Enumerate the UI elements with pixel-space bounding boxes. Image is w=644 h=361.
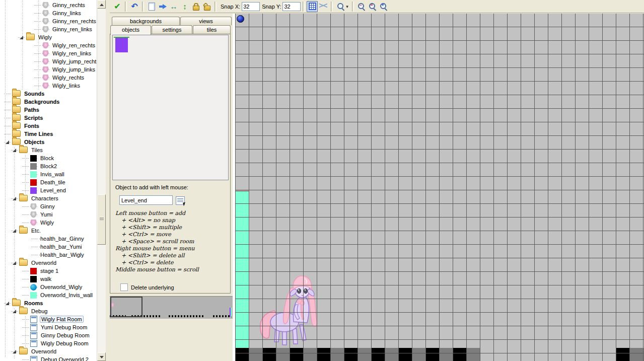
tree-item-characters[interactable]: Characters bbox=[0, 194, 97, 202]
zoom-tool-button[interactable]: ▾ bbox=[335, 1, 350, 12]
tree-item-wigly-rechts[interactable]: Wigly_rechts bbox=[0, 74, 97, 82]
tile-block2[interactable] bbox=[357, 348, 371, 361]
tree-item-health-bar-ginny[interactable]: health_bar_Ginny bbox=[0, 235, 97, 243]
tree-item-etc-[interactable]: Etc. bbox=[0, 227, 97, 235]
tree-item-ginny[interactable]: Ginny bbox=[0, 202, 97, 210]
tree-item-overworld[interactable]: Overworld bbox=[0, 347, 97, 355]
snap-x-input[interactable] bbox=[242, 2, 260, 11]
tree-item-invis-wall[interactable]: Invis_wall bbox=[0, 170, 97, 178]
zoom-actual-icon: = bbox=[369, 3, 377, 11]
tree-item-yumi-debug-room[interactable]: Yumi Debug Room bbox=[0, 323, 97, 331]
tree-item-rooms[interactable]: Rooms bbox=[0, 299, 97, 307]
tree-item-label: Block bbox=[39, 155, 55, 161]
tree-item-walk[interactable]: walk bbox=[0, 275, 97, 283]
tile-block[interactable] bbox=[262, 348, 276, 361]
tree-item-block[interactable]: Block bbox=[0, 154, 97, 162]
zoom-actual-button[interactable]: = bbox=[367, 1, 378, 12]
tree-item-tiles[interactable]: Tiles bbox=[0, 146, 97, 154]
snap-y-label: Snap Y: bbox=[262, 4, 281, 10]
tab-views[interactable]: views bbox=[180, 17, 232, 25]
tree-item-death-tile[interactable]: Death_tile bbox=[0, 178, 97, 186]
object-name-input[interactable] bbox=[119, 195, 173, 205]
tree-item-ginny-rechts[interactable]: Ginny_rechts bbox=[0, 1, 97, 9]
tile-block[interactable] bbox=[616, 348, 629, 361]
tree-item-ginny-debug-room[interactable]: Ginny Debug Room bbox=[0, 331, 97, 339]
confirm-button[interactable]: ✔ bbox=[112, 1, 123, 12]
tile-block2[interactable] bbox=[466, 348, 480, 361]
tree-item-level-end[interactable]: Level_end bbox=[0, 186, 97, 194]
grid-toggle-button[interactable] bbox=[307, 1, 318, 12]
room-canvas[interactable] bbox=[233, 14, 644, 361]
tile-block2[interactable] bbox=[330, 348, 344, 361]
tree-item-stage-1[interactable]: stage 1 bbox=[0, 267, 97, 275]
zoom-out-button[interactable]: − bbox=[356, 1, 367, 12]
zoom-in-button[interactable]: + bbox=[378, 1, 389, 12]
tree-item-yumi[interactable]: Yumi bbox=[0, 210, 97, 219]
tab-objects[interactable]: objects bbox=[110, 25, 151, 35]
lock-instances-button[interactable] bbox=[190, 1, 201, 12]
tile-block2[interactable] bbox=[439, 348, 453, 361]
tree-item-wigly-flat-room[interactable]: Wigly Flat Room bbox=[0, 315, 97, 323]
tree-item-ginny-ren-rechts[interactable]: Ginny_ren_rechts bbox=[0, 17, 97, 25]
level-end-object-swatch[interactable] bbox=[115, 38, 128, 52]
delete-underlying-checkbox[interactable] bbox=[120, 283, 128, 291]
tree-item-wigly[interactable]: Wigly bbox=[0, 33, 97, 41]
invis-wall-tile-column[interactable] bbox=[236, 191, 249, 348]
scrollbar-thumb[interactable] bbox=[97, 194, 106, 245]
tile-block[interactable] bbox=[453, 348, 466, 361]
tile-block[interactable] bbox=[317, 348, 330, 361]
object-preview-panel[interactable] bbox=[112, 35, 229, 180]
object-picker-button[interactable] bbox=[176, 196, 185, 205]
tile-block[interactable] bbox=[398, 348, 412, 361]
room-grid[interactable] bbox=[235, 14, 644, 361]
room-minimap[interactable] bbox=[110, 296, 233, 319]
tile-block2[interactable] bbox=[412, 348, 425, 361]
tile-block2[interactable] bbox=[249, 348, 262, 361]
tree-item-objects[interactable]: Objects bbox=[0, 138, 97, 146]
tree-item-block2[interactable]: Block2 bbox=[0, 162, 97, 170]
tile-block2[interactable] bbox=[303, 348, 317, 361]
tree-item-label: Wigly_jump_links bbox=[51, 66, 96, 73]
scroll-up-button[interactable] bbox=[97, 0, 106, 9]
tree-scrollbar[interactable] bbox=[97, 0, 106, 361]
unlock-instances-button[interactable] bbox=[201, 1, 212, 12]
tree-item-debug-overworld-2[interactable]: Debug Overworld 2 bbox=[0, 355, 97, 361]
wigly-character-instance[interactable] bbox=[254, 275, 322, 349]
tree-item-wigly-debug-room[interactable]: Wigly Debug Room bbox=[0, 339, 97, 347]
minimap-view-rect[interactable] bbox=[110, 297, 142, 317]
tile-block2[interactable] bbox=[629, 348, 643, 361]
tile-block[interactable] bbox=[235, 348, 249, 361]
tree-item-ginny-links[interactable]: Ginny_links bbox=[0, 9, 97, 17]
snap-y-input[interactable] bbox=[282, 2, 301, 11]
tree-item-overworld[interactable]: Overworld bbox=[0, 259, 97, 267]
tile-block[interactable] bbox=[371, 348, 385, 361]
tile-block2[interactable] bbox=[385, 348, 398, 361]
tree-item-wigly-ren-rechts[interactable]: Wigly_ren_rechts bbox=[0, 41, 97, 49]
clear-room-button[interactable] bbox=[146, 1, 157, 12]
tree-item-ginny-ren-links[interactable]: Ginny_ren_links bbox=[0, 25, 97, 33]
resource-tree-panel[interactable]: Ginny_rechtsGinny_linksGinny_ren_rechtsG… bbox=[0, 0, 106, 361]
tree-item-wigly-jump-rechts[interactable]: Wigly_jump_rechts bbox=[0, 57, 97, 65]
horizontal-sort-button[interactable]: ↔ bbox=[168, 1, 179, 12]
blue-ball-instance[interactable] bbox=[237, 15, 244, 23]
tile-block[interactable] bbox=[425, 348, 439, 361]
tree-item-wigly[interactable]: Wigly bbox=[0, 219, 97, 227]
scroll-down-button[interactable] bbox=[97, 352, 106, 361]
isometric-toggle-button[interactable] bbox=[318, 1, 329, 12]
vertical-sort-button[interactable]: ↕ bbox=[179, 1, 190, 12]
tree-item-health-bar-wigly[interactable]: Health_bar_Wigly bbox=[0, 251, 97, 259]
tile-block[interactable] bbox=[344, 348, 357, 361]
tree-item-health-bar-yumi[interactable]: health_bar_Yumi bbox=[0, 243, 97, 251]
tab-settings[interactable]: settings bbox=[152, 25, 192, 34]
tab-tiles[interactable]: tiles bbox=[193, 25, 231, 34]
panel-splitter[interactable] bbox=[106, 0, 110, 361]
undo-button[interactable]: ↶ bbox=[129, 1, 140, 12]
tree-item-overworld-wigly[interactable]: Overworld_Wigly bbox=[0, 283, 97, 291]
tree-item-wigly-jump-links[interactable]: Wigly_jump_links bbox=[0, 65, 97, 74]
tile-block2[interactable] bbox=[276, 348, 290, 361]
tree-item-debug[interactable]: Debug bbox=[0, 307, 97, 315]
tab-backgrounds[interactable]: backgrounds bbox=[112, 17, 180, 25]
tree-item-wigly-ren-links[interactable]: Wigly_ren_links bbox=[0, 49, 97, 57]
tile-block[interactable] bbox=[290, 348, 303, 361]
shift-instances-button[interactable] bbox=[157, 1, 168, 12]
